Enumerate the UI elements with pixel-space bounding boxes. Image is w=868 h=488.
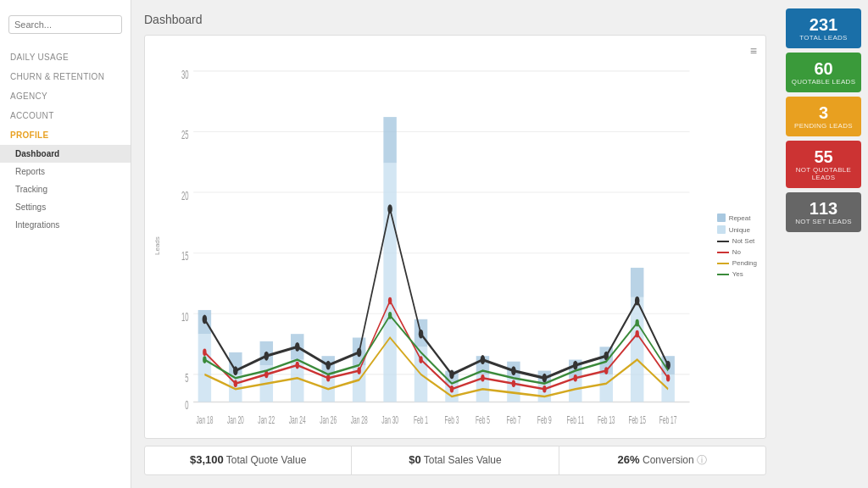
stat-quote-value: $3,100 [190,453,224,466]
legend-color-yes [717,274,729,275]
svg-point-52 [387,204,392,214]
legend-color-no [717,252,729,253]
right-panel: 231 Total Leads 60 Quotable Leads 3 Pend… [779,0,868,488]
svg-text:Feb 11: Feb 11 [566,414,584,426]
svg-text:25: 25 [181,127,189,142]
chart-svg-container: 30 25 20 15 10 5 0 [165,62,709,430]
legend-label-unique: Unique [729,226,750,234]
svg-text:Feb 7: Feb 7 [506,414,520,426]
svg-point-76 [635,330,638,338]
metric-label-pending-leads: Pending Leads [791,122,856,130]
metric-value-not-quotable-leads: 55 [791,147,856,166]
sidebar-item-settings[interactable]: Settings [0,198,131,216]
metric-value-pending-leads: 3 [791,103,856,122]
svg-point-54 [449,369,454,379]
svg-point-47 [233,366,238,375]
chart-menu-icon[interactable]: ≡ [750,44,757,58]
metric-card-quotable-leads[interactable]: 60 Quotable Leads [786,53,861,92]
chart-svg: 30 25 20 15 10 5 0 [165,62,709,430]
nav-section: Daily Usage Churn & Retention Agency Acc… [0,47,131,234]
stat-conversion-label: Conversion [643,454,697,466]
svg-text:30: 30 [181,67,189,82]
svg-point-50 [326,361,331,370]
sidebar-item-churn-retention[interactable]: Churn & Retention [0,67,131,86]
svg-point-71 [481,374,484,382]
legend-color-repeat [717,214,726,222]
metric-card-not-set-leads[interactable]: 113 Not Set Leads [786,192,861,232]
svg-text:Feb 3: Feb 3 [445,414,459,426]
svg-text:15: 15 [181,248,189,263]
svg-point-74 [574,374,577,382]
conversion-info-icon[interactable]: ⓘ [697,454,707,466]
y-axis-label: Leads [153,62,161,430]
svg-point-58 [573,361,578,370]
svg-point-57 [542,374,548,383]
chart-body: Leads 30 25 20 [153,62,757,430]
svg-point-80 [635,319,638,327]
svg-point-75 [604,367,608,374]
legend-item-unique: Unique [717,225,757,234]
legend-color-pending [717,263,729,264]
svg-point-63 [234,380,237,387]
legend-label-not-set: Not Set [732,237,755,245]
legend-color-not-set [717,241,729,242]
metric-value-quotable-leads: 60 [791,59,856,78]
svg-point-62 [203,349,206,357]
svg-text:Feb 5: Feb 5 [476,414,490,426]
chart-legend: Repeat Unique Not Set No Pending [717,62,757,430]
legend-item-not-set: Not Set [717,237,757,245]
svg-point-68 [388,297,392,305]
svg-point-78 [203,356,206,363]
svg-point-48 [264,352,270,361]
stats-row: $3,100 Total Quote Value $0 Total Sales … [144,446,766,475]
legend-label-no: No [732,248,741,256]
sidebar-item-daily-usage[interactable]: Daily Usage [0,47,131,67]
legend-label-yes: Yes [732,270,743,278]
sidebar-item-account[interactable]: Account [0,106,131,125]
svg-point-77 [666,374,670,382]
svg-text:Jan 24: Jan 24 [289,414,306,426]
sidebar-item-tracking[interactable]: Tracking [0,180,131,198]
stat-sales-value: $0 [409,453,420,466]
chart-inner: 30 25 20 15 10 5 0 [165,62,709,430]
metric-label-total-leads: Total Leads [791,34,856,42]
metric-card-total-leads[interactable]: 231 Total Leads [786,8,861,48]
svg-point-69 [419,356,422,363]
sidebar: Daily Usage Churn & Retention Agency Acc… [0,0,131,488]
svg-text:Feb 17: Feb 17 [659,414,677,426]
sidebar-item-profile[interactable]: Profile [0,125,131,145]
svg-point-55 [481,355,486,364]
svg-text:Feb 1: Feb 1 [414,414,428,426]
svg-text:Jan 30: Jan 30 [381,414,398,426]
stat-sales-label: Total Sales Value [424,454,502,466]
svg-point-56 [511,366,516,375]
search-container [0,8,131,41]
svg-rect-26 [383,163,396,402]
legend-label-repeat: Repeat [729,214,751,222]
svg-point-67 [357,367,360,374]
stat-quote-label: Total Quote Value [226,454,307,466]
svg-point-49 [295,342,300,352]
svg-text:Jan 26: Jan 26 [320,414,337,426]
sidebar-item-dashboard[interactable]: Dashboard [0,145,131,163]
sidebar-item-reports[interactable]: Reports [0,163,131,180]
metric-card-pending-leads[interactable]: 3 Pending Leads [786,97,861,136]
main-content: Dashboard ≡ Leads [131,0,779,488]
svg-rect-14 [198,334,211,402]
legend-label-pending: Pending [732,259,757,267]
chart-card: ≡ Leads 30 25 [144,35,766,439]
svg-text:Jan 20: Jan 20 [227,414,244,426]
stat-total-sales-value: $0 Total Sales Value [352,446,559,474]
svg-text:20: 20 [181,188,189,203]
sidebar-item-integrations[interactable]: Integrations [0,216,131,234]
svg-text:Feb 13: Feb 13 [598,414,615,426]
stat-conversion-value: 26% [618,453,640,466]
metric-label-quotable-leads: Quotable Leads [791,78,856,86]
metric-card-not-quotable-leads[interactable]: 55 Not Quotable Leads [786,141,861,188]
sidebar-item-agency[interactable]: Agency [0,86,131,106]
stat-conversion[interactable]: 26% Conversion ⓘ [559,446,765,474]
search-input[interactable] [8,15,122,34]
svg-text:10: 10 [181,309,189,324]
svg-text:Jan 22: Jan 22 [258,414,275,426]
svg-rect-40 [600,374,613,402]
